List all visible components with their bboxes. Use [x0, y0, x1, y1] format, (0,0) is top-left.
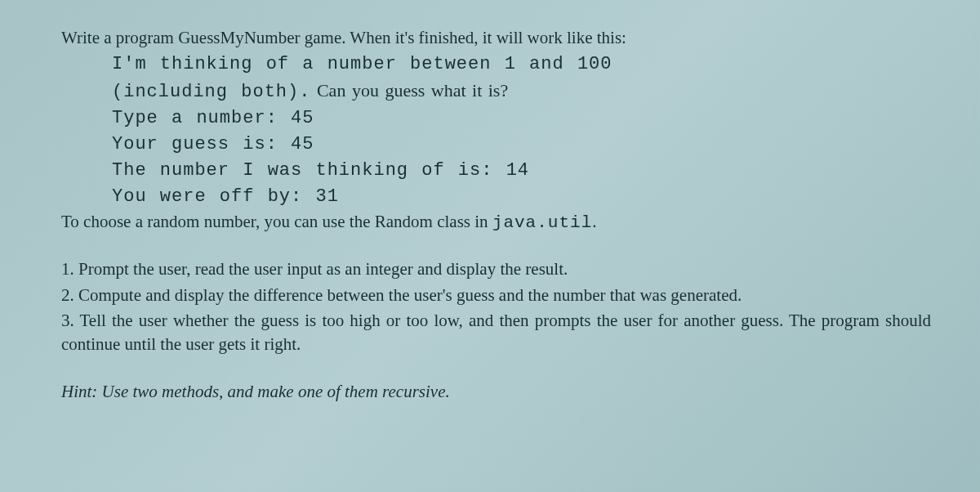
list-item-1: 1. Prompt the user, read the user input … [61, 257, 931, 281]
outro-text-a: To choose a random number, you can use t… [61, 212, 492, 231]
code-line-2: (including both). Can you guess what it … [112, 78, 931, 105]
code-line-1: I'm thinking of a number between 1 and 1… [112, 51, 931, 78]
code-line-4: Your guess is: 45 [112, 132, 931, 158]
list-item-2: 2. Compute and display the difference be… [61, 284, 931, 307]
intro-paragraph: Write a program GuessMyNumber game. When… [61, 26, 931, 50]
outro-paragraph: To choose a random number, you can use t… [61, 210, 931, 235]
code-line-3: Type a number: 45 [112, 105, 931, 132]
intro-text: Write a program GuessMyNumber game. When… [61, 28, 626, 47]
outro-text-c: . [592, 212, 596, 231]
code-line-5: The number I was thinking of is: 14 [112, 158, 931, 184]
code-sample: I'm thinking of a number between 1 and 1… [112, 51, 931, 209]
code-line-6: You were off by: 31 [112, 184, 931, 210]
document-content: Write a program GuessMyNumber game. When… [61, 26, 931, 404]
instructions-list: 1. Prompt the user, read the user input … [61, 257, 931, 357]
hint-text: Hint: Use two methods, and make one of t… [61, 380, 931, 404]
outro-code-inline: java.util [492, 213, 592, 232]
list-item-3: 3. Tell the user whether the guess is to… [61, 309, 931, 357]
